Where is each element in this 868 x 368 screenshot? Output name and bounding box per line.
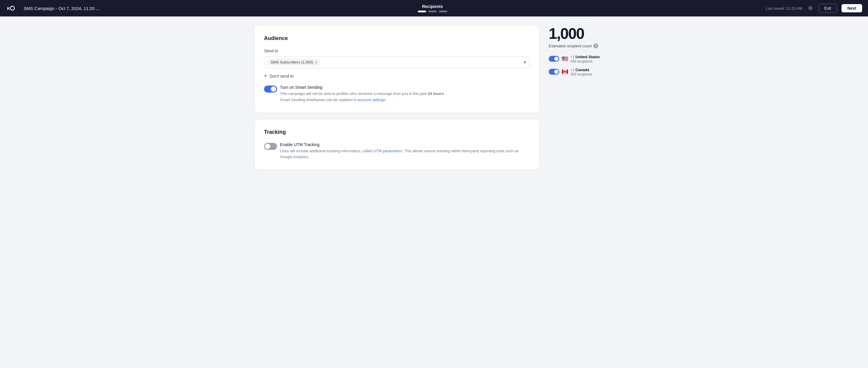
dont-send-label: Don't send to [270,74,294,78]
send-to-input[interactable]: SMS Subscribers (1,000) × ▾ [264,56,530,68]
content-area: Audience Send to SMS Subscribers (1,000)… [255,26,539,170]
utm-tracking-slider [264,143,277,150]
ca-toggle-slider [549,69,559,75]
plus-icon: + [264,73,267,79]
step-3-dot [439,10,447,12]
us-country-code: +1 [570,55,576,59]
us-recipients: 450 recipients [570,59,600,64]
step-2-dot [428,10,437,12]
ca-flag-icon: 🇨🇦 [562,68,568,75]
utm-tracking-content: Enable UTM Tracking Links will include a… [280,142,530,161]
utm-tracking-toggle[interactable] [264,143,277,150]
country-row-us: 🇺🇸 +1 United States 450 recipients [549,54,613,64]
utm-parameters-link[interactable]: UTM parameters [373,149,402,153]
last-saved-text: Last saved: 11:25 AM [765,6,802,10]
step-1-dot [418,10,426,12]
ca-country-info: +1 Canada 550 recipients [570,67,592,76]
ca-country-code: +1 [570,68,576,72]
steps-dots [418,10,447,12]
steps-indicator: Recipients [106,4,758,12]
smart-sending-toggle[interactable] [264,86,277,93]
recipient-label-row: Estimated recipient count ? [549,43,613,48]
svg-text:K: K [7,6,10,11]
us-toggle-slider [549,56,559,62]
smart-sending-content: Turn on Smart Sending This campaign will… [280,85,445,103]
audience-card: Audience Send to SMS Subscribers (1,000)… [255,26,539,112]
us-country-info: +1 United States 450 recipients [570,54,600,64]
utm-desc-1: Links will include additional tracking i… [280,149,373,153]
smart-sending-desc: This campaign will not be sent to profil… [280,91,445,103]
tracking-card: Tracking Enable UTM Tracking Links will … [255,120,539,170]
audience-title: Audience [264,35,530,41]
top-navigation: K SMS Campaign - Oct 7, 2024, 11:20 ... … [0,0,868,16]
smart-sending-desc-1: This campaign will not be sent to profil… [280,92,428,96]
smart-sending-row: Turn on Smart Sending This campaign will… [264,85,530,103]
dont-send-row[interactable]: + Don't send to [264,73,530,79]
utm-tracking-title: Enable UTM Tracking [280,142,530,147]
send-to-label: Send to [264,48,530,53]
logo: K [6,4,17,12]
ca-country-name: Canada [576,68,589,72]
smart-sending-hours: 24 hours [428,92,444,96]
smart-sending-desc-3: . [385,98,386,102]
ca-toggle[interactable] [549,69,559,75]
topnav-actions: Last saved: 11:25 AM ⚙ Exit Next [765,4,862,13]
klaviyo-logo-icon: K [6,4,17,12]
sidebar: 1,000 Estimated recipient count ? 🇺🇸 +1 … [549,26,613,170]
utm-tracking-row: Enable UTM Tracking Links will include a… [264,142,530,161]
steps-label: Recipients [422,4,443,9]
campaign-title: SMS Campaign - Oct 7, 2024, 11:20 ... [24,6,99,11]
us-toggle[interactable] [549,56,559,62]
us-country-name: United States [576,55,600,59]
recipient-count: 1,000 [549,26,613,41]
main-layout: Audience Send to SMS Subscribers (1,000)… [243,16,625,179]
dropdown-arrow-icon: ▾ [524,59,526,65]
subscriber-tag: SMS Subscribers (1,000) × [268,59,320,66]
ca-recipients: 550 recipients [570,72,592,76]
help-icon[interactable]: ? [593,43,598,48]
tag-text: SMS Subscribers (1,000) [271,60,313,64]
account-settings-link[interactable]: account settings [358,98,385,102]
remove-tag-button[interactable]: × [315,60,317,64]
settings-button[interactable]: ⚙ [807,4,814,13]
tracking-title: Tracking [264,129,530,135]
smart-sending-title: Turn on Smart Sending [280,85,445,90]
next-button[interactable]: Next [841,4,862,12]
exit-button[interactable]: Exit [818,4,837,13]
utm-tracking-desc: Links will include additional tracking i… [280,148,530,161]
smart-sending-slider [264,86,277,93]
recipient-label: Estimated recipient count [549,44,592,48]
country-row-ca: 🇨🇦 +1 Canada 550 recipients [549,67,613,76]
us-flag-icon: 🇺🇸 [562,56,568,62]
